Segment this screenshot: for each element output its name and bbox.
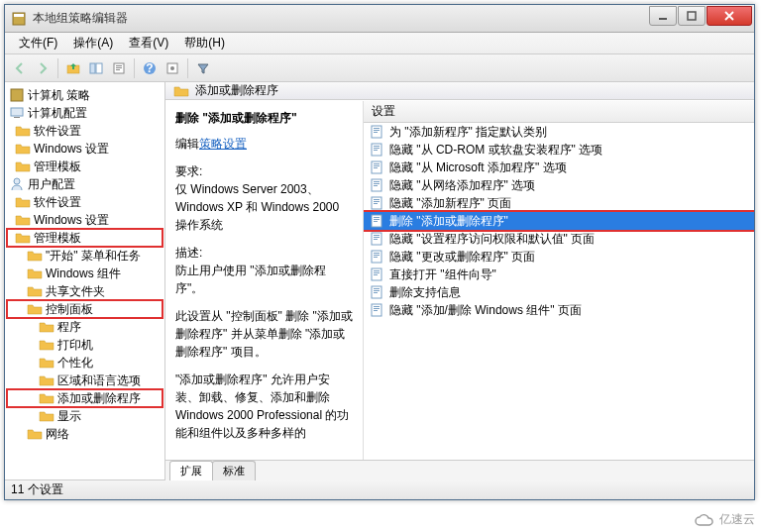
setting-row[interactable]: 隐藏 "从 CD-ROM 或软盘安装程序" 选项 — [364, 141, 754, 159]
setting-row[interactable]: 隐藏 "设置程序访问权限和默认值" 页面 — [364, 230, 754, 248]
content-body: 删除 "添加或删除程序" 编辑策略设置 要求:仅 Windows Server … — [165, 100, 754, 460]
tree-programs[interactable]: 程序 — [7, 318, 163, 336]
desc-title: 删除 "添加或删除程序" — [175, 109, 353, 127]
menu-action[interactable]: 操作(A) — [65, 33, 121, 53]
folder-icon — [27, 426, 43, 442]
forward-button[interactable] — [32, 57, 54, 79]
tree-u-windows[interactable]: Windows 设置 — [7, 211, 163, 229]
setting-row[interactable]: 删除 "添加或删除程序" — [364, 212, 754, 230]
desc-para2: "添加或删除程序" 允许用户安装、卸载、修复、添加和删除 Windows 200… — [175, 371, 353, 442]
tree-control-panel[interactable]: 控制面板 — [7, 300, 163, 318]
svg-rect-44 — [374, 235, 380, 236]
tree-display[interactable]: 显示 — [7, 407, 163, 425]
desc-label: 描述: — [175, 246, 202, 260]
folder-icon — [15, 123, 31, 139]
app-icon — [11, 11, 27, 27]
tree-region[interactable]: 区域和语言选项 — [7, 372, 163, 389]
setting-row[interactable]: 隐藏 "添加/删除 Windows 组件" 页面 — [364, 301, 754, 319]
edit-policy-link[interactable]: 策略设置 — [199, 137, 247, 151]
svg-rect-8 — [116, 65, 122, 66]
folder-icon — [15, 159, 31, 174]
minimize-button[interactable] — [649, 6, 677, 26]
folder-icon — [39, 372, 54, 388]
tree-u-admin[interactable]: 管理模板 — [7, 229, 163, 247]
svg-rect-22 — [374, 132, 378, 133]
setting-label: 隐藏 "设置程序访问权限和默认值" 页面 — [389, 231, 595, 248]
setting-label: 为 "添加新程序" 指定默认类别 — [389, 124, 547, 141]
svg-rect-48 — [374, 253, 380, 254]
cloud-icon — [694, 513, 715, 527]
svg-rect-56 — [374, 288, 380, 289]
computer-icon — [9, 105, 25, 121]
content-title: 添加或删除程序 — [195, 82, 278, 99]
menu-file[interactable]: 文件(F) — [11, 33, 65, 53]
folder-icon — [39, 355, 54, 371]
setting-label: 删除支持信息 — [389, 284, 461, 301]
menu-view[interactable]: 查看(V) — [121, 33, 176, 53]
content-pane: 添加或删除程序 删除 "添加或删除程序" 编辑策略设置 要求:仅 Windows… — [165, 82, 754, 479]
tree-start-menu[interactable]: "开始" 菜单和任务 — [7, 247, 163, 265]
setting-row[interactable]: 删除支持信息 — [364, 283, 754, 301]
list-column-header[interactable]: 设置 — [364, 101, 754, 123]
tree-win-comp[interactable]: Windows 组件 — [7, 265, 163, 282]
maximize-button[interactable] — [678, 6, 706, 26]
svg-rect-58 — [374, 292, 378, 293]
setting-row[interactable]: 隐藏 "更改或删除程序" 页面 — [364, 248, 754, 266]
svg-rect-42 — [374, 221, 378, 222]
tree-personalize[interactable]: 个性化 — [7, 354, 163, 372]
setting-row[interactable]: 隐藏 "从 Microsoft 添加程序" 选项 — [364, 159, 754, 176]
svg-rect-6 — [96, 63, 102, 73]
app-window: 本地组策略编辑器 文件(F) 操作(A) 查看(V) 帮助(H) ? 计算机 策… — [4, 4, 755, 500]
setting-label: 隐藏 "从网络添加程序" 选项 — [389, 177, 535, 194]
setting-row[interactable]: 直接打开 "组件向导" — [364, 266, 754, 283]
tree-root[interactable]: 计算机 策略 — [7, 86, 163, 104]
setting-row[interactable]: 隐藏 "添加新程序" 页面 — [364, 194, 754, 212]
svg-rect-49 — [374, 255, 380, 256]
tree-network[interactable]: 网络 — [7, 425, 163, 443]
tree-c-admin[interactable]: 管理模板 — [7, 158, 163, 175]
titlebar: 本地组策略编辑器 — [5, 5, 754, 33]
back-button[interactable] — [9, 57, 31, 79]
policy-item-icon — [370, 302, 385, 318]
close-button[interactable] — [707, 6, 752, 26]
tree-c-software[interactable]: 软件设置 — [7, 122, 163, 140]
svg-rect-15 — [11, 89, 23, 101]
tab-extended[interactable]: 扩展 — [169, 461, 213, 480]
svg-point-14 — [170, 66, 174, 70]
setting-row[interactable]: 隐藏 "从网络添加程序" 选项 — [364, 176, 754, 194]
settings-list[interactable]: 为 "添加新程序" 指定默认类别隐藏 "从 CD-ROM 或软盘安装程序" 选项… — [364, 123, 754, 460]
properties-button[interactable] — [108, 57, 130, 79]
svg-rect-46 — [374, 239, 378, 240]
toolbar: ? — [5, 54, 754, 82]
menu-help[interactable]: 帮助(H) — [176, 33, 233, 53]
svg-text:?: ? — [146, 61, 153, 75]
folder-icon — [39, 390, 54, 406]
svg-rect-32 — [374, 181, 380, 182]
svg-rect-54 — [374, 274, 378, 275]
tree-shared[interactable]: 共享文件夹 — [7, 282, 163, 300]
svg-rect-53 — [374, 272, 380, 273]
toolbar-sep-3 — [187, 58, 188, 78]
svg-rect-37 — [374, 201, 380, 202]
options-button[interactable] — [162, 57, 183, 79]
folder-icon — [15, 230, 31, 246]
tree-add-remove[interactable]: 添加或删除程序 — [7, 389, 163, 407]
setting-row[interactable]: 为 "添加新程序" 指定默认类别 — [364, 123, 754, 141]
tree-printers[interactable]: 打印机 — [7, 336, 163, 354]
policy-item-icon — [370, 231, 385, 247]
help-button[interactable]: ? — [139, 57, 161, 79]
tree-pane[interactable]: 计算机 策略 计算机配置 软件设置 Windows 设置 管理模板 用户配置 软… — [5, 82, 165, 479]
folder-icon — [39, 319, 54, 335]
policy-item-icon — [370, 249, 385, 265]
tree-user-config[interactable]: 用户配置 — [7, 175, 163, 193]
tree-u-software[interactable]: 软件设置 — [7, 193, 163, 211]
content-header: 添加或删除程序 — [165, 82, 754, 100]
tree-c-windows[interactable]: Windows 设置 — [7, 140, 163, 158]
tab-standard[interactable]: 标准 — [212, 461, 256, 480]
up-button[interactable] — [62, 57, 84, 79]
show-hide-tree-button[interactable] — [85, 57, 107, 79]
tree-computer-config[interactable]: 计算机配置 — [7, 104, 163, 122]
description-pane: 删除 "添加或删除程序" 编辑策略设置 要求:仅 Windows Server … — [165, 101, 364, 460]
filter-button[interactable] — [192, 57, 214, 79]
svg-rect-36 — [374, 199, 380, 200]
